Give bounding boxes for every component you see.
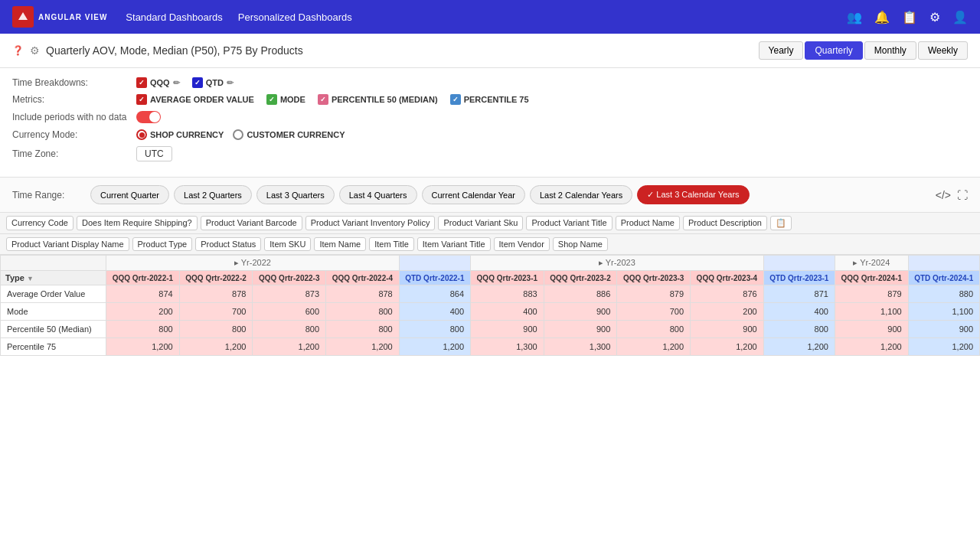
page-header: ❓ ⚙ Quarterly AOV, Mode, Median (P50), P… — [0, 34, 980, 68]
tr-last-3-cal-years-label: Last 3 Calendar Years — [656, 190, 739, 199]
timezone-value[interactable]: UTC — [136, 146, 172, 161]
qtr-2023-2[interactable]: QQQ Qrtr-2023-2 — [544, 271, 617, 285]
tab-monthly[interactable]: Monthly — [864, 41, 916, 60]
row-label-0: Average Order Value — [1, 285, 106, 303]
checkbox-qqq-box: ✓ — [136, 77, 147, 88]
qtr-2022-4[interactable]: QQQ Qrtr-2022-4 — [326, 271, 400, 285]
col-header-item-title[interactable]: Item Title — [369, 237, 414, 251]
cell-r3-c3: 1,200 — [326, 338, 400, 356]
qtr-2024-1[interactable]: QQQ Qrtr-2024-1 — [835, 271, 908, 285]
qtr-2022-1[interactable]: QQQ Qrtr-2022-1 — [106, 271, 180, 285]
document-icon[interactable]: 📋 — [902, 10, 917, 24]
col-header-variant-title[interactable]: Product Variant Title — [526, 216, 612, 230]
qtr-2023-1[interactable]: QQQ Qrtr-2023-1 — [471, 271, 544, 285]
tr-current-quarter[interactable]: Current Quarter — [90, 185, 169, 204]
qtd-2022-1[interactable]: QTD Qrtr-2022-1 — [399, 271, 470, 285]
cell-r2-c9: 800 — [763, 321, 835, 338]
tr-last-2-quarters[interactable]: Last 2 Quarters — [174, 185, 252, 204]
cell-r1-c5: 400 — [471, 303, 544, 321]
nav-standard-dashboards[interactable]: Standard Dashboards — [126, 11, 222, 23]
cell-r0-c1: 878 — [179, 285, 253, 303]
col-header-item-name[interactable]: Item Name — [314, 237, 366, 251]
metric-p75-label: PERCENTILE 75 — [464, 95, 529, 104]
col-header-item-sku[interactable]: Item SKU — [264, 237, 311, 251]
cell-r3-c10: 1,200 — [835, 338, 908, 356]
radio-customer-currency[interactable]: CUSTOMER CURRENCY — [233, 129, 345, 140]
data-row: Average Order Value874878873878864883886… — [1, 285, 980, 303]
expand-icon[interactable]: ⛶ — [957, 189, 968, 201]
time-breakdowns-label: Time Breakdowns: — [12, 77, 127, 88]
qtd-2023-1[interactable]: QTD Qrtr-2023-1 — [763, 271, 835, 285]
metric-mode[interactable]: ✓ MODE — [266, 94, 305, 105]
code-icon[interactable]: </> — [936, 189, 951, 201]
col-header-barcode[interactable]: Product Variant Barcode — [201, 216, 302, 230]
cell-r0-c6: 886 — [544, 285, 617, 303]
cell-r3-c2: 1,200 — [253, 338, 326, 356]
cell-r2-c1: 800 — [179, 321, 253, 338]
col-header-inv-policy[interactable]: Product Variant Inventory Policy — [305, 216, 436, 230]
qtr-2023-3[interactable]: QQQ Qrtr-2023-3 — [617, 271, 691, 285]
metric-aov-label: AVERAGE ORDER VALUE — [150, 95, 254, 104]
col-header-item-variant-title[interactable]: Item Variant Title — [417, 237, 491, 251]
tr-last-3-cal-years[interactable]: ✓ Last 3 Calendar Years — [637, 185, 749, 204]
cell-r1-c11: 1,100 — [908, 303, 979, 321]
nav-personalized-dashboards[interactable]: Personalized Dashboards — [238, 11, 352, 23]
col-header-currency-code[interactable]: Currency Code — [6, 216, 74, 230]
include-periods-toggle[interactable] — [136, 111, 161, 123]
col-header-product-desc[interactable]: Product Description — [683, 216, 767, 230]
radio-shop-currency[interactable]: SHOP CURRENCY — [136, 129, 224, 140]
col-header-product-name[interactable]: Product Name — [616, 216, 680, 230]
col-header-shipping[interactable]: Does Item Require Shipping? — [77, 216, 198, 230]
col-header-item-vendor[interactable]: Item Vendor — [494, 237, 550, 251]
year-2024-qtd-header — [908, 256, 979, 271]
qtd-2024-1[interactable]: QTD Qrtr-2024-1 — [908, 271, 979, 285]
cell-r0-c8: 876 — [691, 285, 764, 303]
tr-current-cal-year[interactable]: Current Calendar Year — [422, 185, 525, 204]
breakdown-qqq[interactable]: ✓ QQQ ✏ — [136, 77, 180, 88]
cell-r3-c7: 1,200 — [617, 338, 691, 356]
cell-r1-c7: 700 — [617, 303, 691, 321]
checkbox-qtd-box: ✓ — [192, 77, 203, 88]
metric-aov[interactable]: ✓ AVERAGE ORDER VALUE — [136, 94, 254, 105]
type-col-header[interactable]: Type ▼ — [1, 271, 106, 285]
breakdown-qtd[interactable]: ✓ QTD ✏ — [192, 77, 234, 88]
time-range-icons: </> ⛶ — [936, 189, 968, 201]
qtr-2023-4[interactable]: QQQ Qrtr-2023-4 — [691, 271, 764, 285]
qtr-2022-2[interactable]: QQQ Qrtr-2022-2 — [179, 271, 253, 285]
user-icon[interactable]: 👤 — [952, 10, 968, 24]
edit-qtd-icon[interactable]: ✏ — [227, 78, 234, 88]
tr-last-3-quarters[interactable]: Last 3 Quarters — [256, 185, 335, 204]
year-2023-header: ▸ Yr-2023 — [471, 256, 764, 271]
checkbox-mode: ✓ — [266, 94, 277, 105]
settings-icon[interactable]: ⚙ — [30, 44, 40, 57]
logo[interactable]: ANGULAR VIEW — [12, 6, 107, 28]
col-header-variant-sku[interactable]: Product Variant Sku — [438, 216, 523, 230]
cell-r1-c6: 900 — [544, 303, 617, 321]
tab-quarterly[interactable]: Quarterly — [805, 41, 862, 60]
data-row: Percentile 751,2001,2001,2001,2001,2001,… — [1, 338, 980, 356]
tr-last-2-cal-years[interactable]: Last 2 Calendar Years — [530, 185, 632, 204]
cell-r2-c4: 800 — [399, 321, 470, 338]
cell-r2-c2: 800 — [253, 321, 326, 338]
sliders-icon[interactable]: ⚙ — [929, 10, 940, 24]
col-header-product-status[interactable]: Product Status — [195, 237, 261, 251]
tr-last-4-quarters[interactable]: Last 4 Quarters — [339, 185, 417, 204]
help-icon[interactable]: ❓ — [12, 45, 24, 56]
metric-p50[interactable]: ✓ PERCENTILE 50 (MEDIAN) — [318, 94, 438, 105]
tab-yearly[interactable]: Yearly — [759, 41, 804, 60]
bell-icon[interactable]: 🔔 — [874, 10, 890, 24]
users-icon[interactable]: 👥 — [847, 10, 862, 24]
page-title: Quarterly AOV, Mode, Median (P50), P75 B… — [46, 44, 303, 57]
toggle-knob — [149, 112, 160, 122]
edit-qqq-icon[interactable]: ✏ — [173, 78, 180, 88]
checkbox-p75: ✓ — [450, 94, 461, 105]
metric-p75[interactable]: ✓ PERCENTILE 75 — [450, 94, 529, 105]
col-header-product-type[interactable]: Product Type — [132, 237, 193, 251]
col-header-display-name[interactable]: Product Variant Display Name — [6, 237, 129, 251]
col-header-shop-name[interactable]: Shop Name — [553, 237, 608, 251]
checkmark-icon: ✓ — [647, 190, 656, 199]
cell-r0-c11: 880 — [908, 285, 979, 303]
time-range-label: Time Range: — [12, 190, 81, 201]
qtr-2022-3[interactable]: QQQ Qrtr-2022-3 — [253, 271, 326, 285]
tab-weekly[interactable]: Weekly — [918, 41, 968, 60]
